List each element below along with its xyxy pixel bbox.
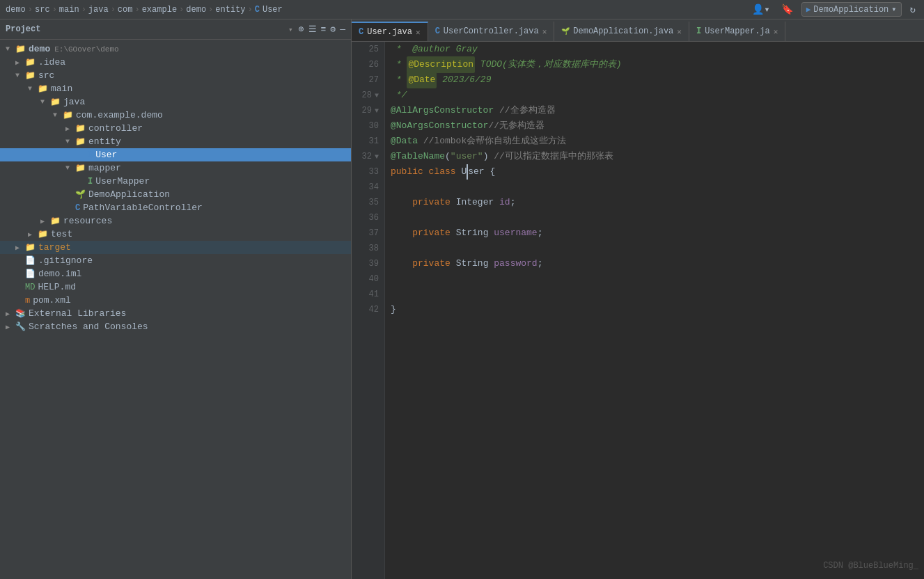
class-icon-user: C	[88, 150, 93, 160]
tree-item-pathvariablecontroller[interactable]: C PathVariableController	[0, 201, 351, 214]
sidebar: Project ▾ ⊕ ☰ ≡ ⚙ ― ▼ 📁 demo E:\GOover\d…	[0, 19, 352, 579]
folder-icon-resources: 📁	[50, 216, 61, 226]
xml-icon: m	[25, 296, 30, 306]
breadcrumb-bar: demo › src › main › java › com › example…	[0, 0, 924, 19]
tree-item-pom-xml[interactable]: m pom.xml	[0, 294, 351, 307]
library-icon: 📚	[15, 308, 26, 319]
tree-item-external-libraries[interactable]: ▶ 📚 External Libraries	[0, 307, 351, 320]
folder-icon-src: 📁	[25, 70, 36, 81]
tab-user-java[interactable]: C User.java ✕	[352, 22, 428, 41]
md-icon: MD	[25, 283, 35, 292]
tree-item-test[interactable]: ▶ 📁 test	[0, 228, 351, 241]
tree-item-mapper[interactable]: ▼ 📁 mapper	[0, 161, 351, 175]
code-line-25: * @author Gray	[391, 42, 918, 57]
close-tab-usercontroller[interactable]: ✕	[542, 27, 547, 36]
watermark: CSDN @BlueBlueMing_	[823, 561, 918, 571]
tree-item-target[interactable]: ▶ 📁 target	[0, 241, 351, 254]
code-line-26: * @Description TODO(实体类，对应数据库中的表)	[391, 57, 918, 72]
folder-icon-java: 📁	[50, 97, 61, 107]
code-line-30: @NoArgsConstructor//无参构造器	[391, 118, 918, 134]
code-line-38	[391, 241, 918, 256]
tab-usermapper-java[interactable]: I UserMapper.ja ✕	[689, 22, 785, 41]
code-line-40	[391, 271, 918, 287]
code-editor[interactable]: 25 26 27 28 ▼ 29 ▼ 30 31 32 ▼ 33 34 35 3…	[352, 42, 924, 579]
tree-item-com-example-demo[interactable]: ▼ 📁 com.example.demo	[0, 109, 351, 122]
refresh-icon[interactable]: ↻	[907, 2, 918, 17]
code-line-42: }	[391, 302, 918, 317]
breadcrumb-demo2[interactable]: demo	[186, 5, 206, 15]
line-numbers: 25 26 27 28 ▼ 29 ▼ 30 31 32 ▼ 33 34 35 3…	[352, 42, 385, 579]
bookmark-icon[interactable]: 🔖	[778, 2, 796, 17]
sidebar-header: Project ▾ ⊕ ☰ ≡ ⚙ ―	[0, 19, 351, 40]
code-line-34	[391, 180, 918, 195]
breadcrumb-entity[interactable]: entity	[215, 5, 245, 15]
breadcrumb-java[interactable]: java	[88, 5, 109, 15]
code-line-41	[391, 287, 918, 302]
code-line-27: * @Date 2023/6/29	[391, 72, 918, 88]
compact-dirs-icon[interactable]: ≡	[321, 24, 327, 35]
tree-item-entity[interactable]: ▼ 📁 entity	[0, 135, 351, 148]
settings-icon[interactable]: ⚙	[330, 24, 336, 35]
profile-icon[interactable]: 👤▾	[749, 2, 772, 17]
close-tab-user[interactable]: ✕	[416, 28, 421, 37]
breadcrumb-src[interactable]: src	[35, 5, 50, 15]
scratches-icon: 🔧	[15, 322, 26, 332]
code-line-32: @TableName("user") //可以指定数据库中的那张表	[391, 149, 918, 164]
close-tab-usermapper[interactable]: ✕	[774, 27, 778, 36]
main-layout: Project ▾ ⊕ ☰ ≡ ⚙ ― ▼ 📁 demo E:\GOover\d…	[0, 19, 924, 579]
tree-item-controller[interactable]: ▶ 📁 controller	[0, 122, 351, 135]
folder-icon-main: 📁	[38, 84, 48, 94]
breadcrumb-com[interactable]: com	[118, 5, 133, 15]
code-content[interactable]: * @author Gray * @Description TODO(实体类，对…	[385, 42, 924, 579]
breadcrumb-demo[interactable]: demo	[6, 5, 26, 15]
code-line-35: private Integer id;	[391, 195, 918, 210]
tree-item-demo-iml[interactable]: 📄 demo.iml	[0, 267, 351, 280]
tree-item-demoapplication[interactable]: 🌱 DemoApplication	[0, 188, 351, 201]
tree-item-main[interactable]: ▼ 📁 main	[0, 82, 351, 95]
folder-icon-com: 📁	[63, 110, 73, 120]
run-config[interactable]: ▶ DemoApplication ▾	[801, 2, 902, 17]
collapse-all-icon[interactable]: ☰	[308, 24, 317, 35]
gitignore-icon: 📄	[25, 255, 36, 266]
close-tab-demoapplication[interactable]: ✕	[677, 27, 682, 36]
tabs-bar: C User.java ✕ C UserController.java ✕ 🌱 …	[352, 19, 924, 42]
folder-icon-mapper: 📁	[75, 163, 86, 173]
tree-item-gitignore[interactable]: 📄 .gitignore	[0, 254, 351, 267]
code-line-33: public class User {	[391, 164, 918, 180]
editor-area: C User.java ✕ C UserController.java ✕ 🌱 …	[352, 19, 924, 579]
tab-icon-c2: C	[435, 26, 440, 36]
class-icon-demoapplication: 🌱	[75, 189, 86, 200]
tree-item-idea[interactable]: ▶ 📁 .idea	[0, 56, 351, 69]
folder-icon-demo: 📁	[15, 44, 26, 54]
breadcrumb-user[interactable]: C User	[255, 5, 283, 15]
folder-icon-idea: 📁	[25, 57, 36, 68]
tab-demoapplication-java[interactable]: 🌱 DemoApplication.java ✕	[554, 22, 689, 41]
sidebar-tree: ▼ 📁 demo E:\GOover\demo ▶ 📁 .idea ▼ 📁 sr…	[0, 40, 351, 579]
code-line-36	[391, 210, 918, 225]
tree-item-usermapper[interactable]: I UserMapper	[0, 175, 351, 188]
tree-item-help-md[interactable]: MD HELP.md	[0, 280, 351, 294]
tree-item-scratches[interactable]: ▶ 🔧 Scratches and Consoles	[0, 320, 351, 333]
folder-icon-controller: 📁	[75, 123, 86, 134]
tree-item-user[interactable]: C User	[0, 148, 351, 161]
folder-icon-entity: 📁	[75, 136, 86, 147]
locate-file-icon[interactable]: ⊕	[299, 24, 304, 35]
tree-item-resources[interactable]: ▶ 📁 resources	[0, 214, 351, 228]
code-line-28: */	[391, 88, 918, 103]
hide-sidebar-icon[interactable]: ―	[340, 24, 345, 35]
tree-item-demo[interactable]: ▼ 📁 demo E:\GOover\demo	[0, 42, 351, 56]
tree-item-java[interactable]: ▼ 📁 java	[0, 95, 351, 109]
tab-usercontroller-java[interactable]: C UserController.java ✕	[428, 22, 555, 41]
iml-icon: 📄	[25, 269, 36, 279]
interface-icon-usermapper: I	[88, 177, 93, 187]
breadcrumb-example[interactable]: example	[142, 5, 177, 15]
tree-item-src[interactable]: ▼ 📁 src	[0, 69, 351, 82]
code-line-37: private String username;	[391, 225, 918, 241]
sidebar-title: Project	[6, 24, 288, 34]
tab-icon-c: C	[359, 27, 363, 37]
breadcrumb-main[interactable]: main	[59, 5, 79, 15]
folder-icon-target: 📁	[25, 242, 36, 253]
class-icon-pathvariable: C	[75, 203, 80, 213]
tab-icon-i: I	[696, 26, 701, 36]
tab-icon-app: 🌱	[561, 27, 570, 35]
